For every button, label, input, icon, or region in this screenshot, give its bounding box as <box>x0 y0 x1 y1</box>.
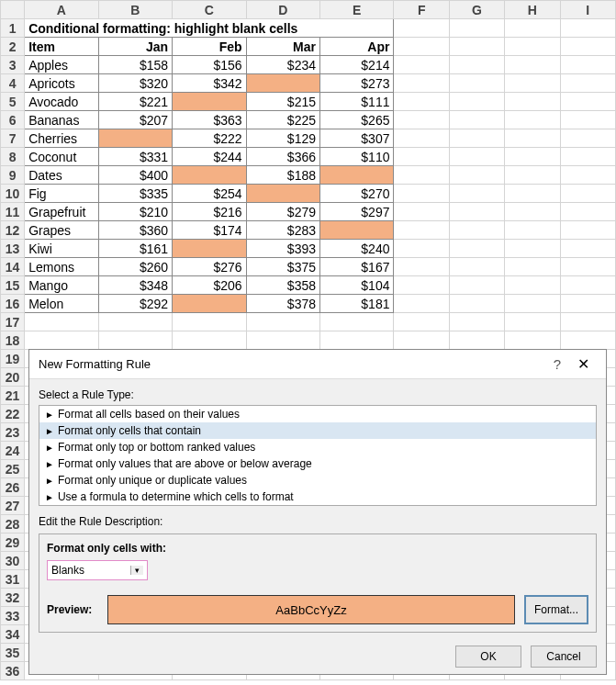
data-cell[interactable] <box>98 129 172 148</box>
rule-type-item[interactable]: ►Format all cells based on their values <box>39 406 596 422</box>
data-cell[interactable] <box>173 93 246 111</box>
data-cell[interactable]: $260 <box>98 258 172 276</box>
data-cell[interactable]: $366 <box>246 148 319 166</box>
data-cell[interactable]: $348 <box>98 276 172 295</box>
row-header-30[interactable]: 30 <box>1 552 25 570</box>
row-header-7[interactable]: 7 <box>1 129 25 148</box>
item-cell[interactable]: Avocado <box>25 93 98 111</box>
close-icon[interactable]: ✕ <box>570 355 597 373</box>
item-cell[interactable]: Cherries <box>25 129 98 148</box>
row-header-22[interactable]: 22 <box>1 405 25 423</box>
data-cell[interactable]: $210 <box>98 203 172 221</box>
data-cell[interactable]: $342 <box>173 74 246 93</box>
data-cell[interactable]: $265 <box>320 111 394 129</box>
row-header-14[interactable]: 14 <box>1 258 25 276</box>
data-cell[interactable]: $292 <box>98 295 172 313</box>
data-cell[interactable]: $181 <box>320 295 394 313</box>
data-cell[interactable]: $273 <box>320 74 394 93</box>
row-header-32[interactable]: 32 <box>1 589 25 607</box>
row-header-33[interactable]: 33 <box>1 607 25 625</box>
row-header-17[interactable]: 17 <box>1 313 25 331</box>
data-cell[interactable]: $320 <box>98 74 172 93</box>
row-header-11[interactable]: 11 <box>1 203 25 221</box>
item-cell[interactable]: Lemons <box>25 258 98 276</box>
data-cell[interactable] <box>246 74 319 93</box>
col-header-G[interactable]: G <box>449 1 504 19</box>
data-cell[interactable] <box>173 240 246 258</box>
data-cell[interactable]: $161 <box>98 240 172 258</box>
data-cell[interactable]: $363 <box>173 111 246 129</box>
data-cell[interactable] <box>173 166 246 185</box>
row-header-5[interactable]: 5 <box>1 93 25 111</box>
data-cell[interactable]: $174 <box>173 221 246 240</box>
row-header-26[interactable]: 26 <box>1 478 25 497</box>
data-cell[interactable]: $158 <box>98 56 172 74</box>
data-header[interactable]: Apr <box>320 38 394 56</box>
data-cell[interactable]: $207 <box>98 111 172 129</box>
row-header-6[interactable]: 6 <box>1 111 25 129</box>
row-header-1[interactable]: 1 <box>1 19 25 38</box>
data-cell[interactable]: $297 <box>320 203 394 221</box>
data-cell[interactable]: $167 <box>320 258 394 276</box>
data-cell[interactable]: $393 <box>246 240 319 258</box>
cancel-button[interactable]: Cancel <box>531 646 597 668</box>
format-button[interactable]: Format... <box>524 595 588 624</box>
data-cell[interactable]: $206 <box>173 276 246 295</box>
row-header-35[interactable]: 35 <box>1 644 25 662</box>
row-header-3[interactable]: 3 <box>1 56 25 74</box>
row-header-25[interactable]: 25 <box>1 460 25 478</box>
rule-type-item[interactable]: ►Use a formula to determine which cells … <box>39 488 596 505</box>
help-button[interactable]: ? <box>544 356 570 372</box>
data-cell[interactable]: $156 <box>173 56 246 74</box>
col-header-E[interactable]: E <box>320 1 394 19</box>
rule-type-item[interactable]: ►Format only cells that contain <box>39 422 596 439</box>
data-cell[interactable]: $234 <box>246 56 319 74</box>
data-cell[interactable]: $378 <box>246 295 319 313</box>
data-cell[interactable]: $244 <box>173 148 246 166</box>
col-header-I[interactable]: I <box>560 1 615 19</box>
data-cell[interactable]: $240 <box>320 240 394 258</box>
item-cell[interactable]: Fig <box>25 185 98 203</box>
row-header-4[interactable]: 4 <box>1 74 25 93</box>
data-cell[interactable] <box>173 295 246 313</box>
data-cell[interactable] <box>320 221 394 240</box>
data-cell[interactable]: $110 <box>320 148 394 166</box>
data-cell[interactable]: $188 <box>246 166 319 185</box>
row-header-31[interactable]: 31 <box>1 570 25 589</box>
item-cell[interactable]: Coconut <box>25 148 98 166</box>
item-cell[interactable]: Kiwi <box>25 240 98 258</box>
row-header-18[interactable]: 18 <box>1 331 25 350</box>
data-cell[interactable]: $111 <box>320 93 394 111</box>
row-header-13[interactable]: 13 <box>1 240 25 258</box>
data-header[interactable]: Feb <box>173 38 246 56</box>
row-header-16[interactable]: 16 <box>1 295 25 313</box>
col-header-B[interactable]: B <box>98 1 172 19</box>
data-cell[interactable] <box>320 166 394 185</box>
data-cell[interactable]: $270 <box>320 185 394 203</box>
rule-type-item[interactable]: ►Format only values that are above or be… <box>39 455 596 472</box>
row-header-19[interactable]: 19 <box>1 350 25 368</box>
row-header-10[interactable]: 10 <box>1 185 25 203</box>
row-header-15[interactable]: 15 <box>1 276 25 295</box>
row-header-27[interactable]: 27 <box>1 497 25 515</box>
data-cell[interactable]: $283 <box>246 221 319 240</box>
data-cell[interactable]: $331 <box>98 148 172 166</box>
row-header-36[interactable]: 36 <box>1 662 25 680</box>
rule-type-list[interactable]: ►Format all cells based on their values►… <box>39 405 597 506</box>
item-cell[interactable]: Mango <box>25 276 98 295</box>
col-header-D[interactable]: D <box>246 1 319 19</box>
data-header[interactable]: Mar <box>246 38 319 56</box>
data-cell[interactable]: $375 <box>246 258 319 276</box>
row-header-21[interactable]: 21 <box>1 387 25 405</box>
data-cell[interactable]: $307 <box>320 129 394 148</box>
data-cell[interactable]: $279 <box>246 203 319 221</box>
data-cell[interactable]: $254 <box>173 185 246 203</box>
data-header[interactable]: Jan <box>98 38 172 56</box>
data-cell[interactable] <box>246 185 319 203</box>
data-cell[interactable]: $214 <box>320 56 394 74</box>
row-header-8[interactable]: 8 <box>1 148 25 166</box>
col-header-H[interactable]: H <box>505 1 560 19</box>
sheet-title[interactable]: Conditional formatting: highlight blank … <box>25 19 394 38</box>
data-cell[interactable]: $225 <box>246 111 319 129</box>
row-header-24[interactable]: 24 <box>1 442 25 460</box>
